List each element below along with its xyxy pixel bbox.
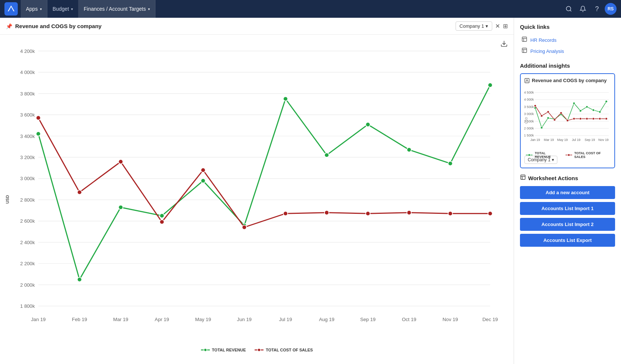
svg-point-47 — [283, 97, 288, 101]
svg-point-57 — [201, 168, 205, 172]
svg-point-118 — [592, 118, 594, 120]
right-sidebar: Quick links HR Records Pricing Analysis … — [514, 18, 621, 364]
svg-text:Nov 19: Nov 19 — [598, 138, 609, 142]
svg-line-1 — [570, 10, 571, 11]
svg-point-48 — [325, 153, 329, 157]
svg-point-116 — [580, 118, 582, 120]
svg-text:3 000k: 3 000k — [524, 112, 534, 116]
svg-point-0 — [566, 6, 571, 11]
svg-text:1 500k: 1 500k — [524, 134, 534, 137]
nav-apps-label: Apps — [26, 6, 38, 12]
svg-point-119 — [599, 118, 601, 120]
mini-legend-cost: TOTAL COST OF SALES — [565, 151, 611, 159]
svg-point-50 — [407, 148, 411, 152]
svg-point-106 — [592, 109, 594, 111]
svg-point-120 — [605, 118, 607, 120]
chart-header: 📌 Revenue and COGS by company Company 1 … — [0, 18, 514, 35]
topnav-right-actions: ? RS — [563, 3, 617, 15]
worksheet-actions-icon — [520, 174, 526, 182]
svg-point-68 — [258, 348, 261, 351]
quick-link-hr-records[interactable]: HR Records — [520, 34, 615, 46]
svg-text:Aug 19: Aug 19 — [319, 317, 335, 322]
svg-text:4 200k: 4 200k — [20, 48, 35, 54]
worksheet-actions-title: Worksheet Actions — [528, 175, 578, 181]
nav-apps[interactable]: Apps ▾ — [21, 0, 47, 18]
svg-text:1 800k: 1 800k — [20, 303, 35, 309]
expand-chart-button[interactable]: ⊞ — [503, 23, 508, 30]
top-navigation: Apps ▾ Budget ▾ Finances / Account Targe… — [0, 0, 621, 18]
svg-point-113 — [560, 112, 562, 114]
main-chart-svg: 4 200k 4 000k 3 800k 3 600k 3 400k 3 200… — [26, 42, 503, 334]
svg-point-58 — [242, 225, 246, 229]
svg-point-103 — [573, 102, 575, 104]
close-chart-button[interactable]: ✕ — [495, 23, 500, 30]
chart-title: Revenue and COGS by company — [15, 23, 453, 29]
search-button[interactable] — [563, 3, 575, 15]
svg-text:May 19: May 19 — [195, 317, 211, 322]
add-new-account-button[interactable]: Add a new account — [520, 186, 615, 199]
accounts-list-export-button[interactable]: Accounts List Export — [520, 234, 615, 247]
svg-text:3 800k: 3 800k — [20, 91, 35, 97]
svg-text:2 500k: 2 500k — [524, 119, 534, 123]
svg-text:2 200k: 2 200k — [20, 261, 35, 266]
svg-text:Mar 19: Mar 19 — [113, 317, 128, 322]
svg-text:4 500k: 4 500k — [524, 91, 534, 94]
quick-link-pricing-analysis[interactable]: Pricing Analysis — [520, 46, 615, 57]
app-logo[interactable] — [4, 2, 18, 16]
svg-rect-125 — [521, 175, 525, 179]
mini-chart-container: USD 4 500k 4 000k 3 500k 3 000k — [524, 86, 611, 153]
y-axis-label: USD — [5, 195, 10, 203]
svg-point-62 — [407, 210, 411, 215]
svg-text:Jun 19: Jun 19 — [237, 317, 252, 322]
pin-icon[interactable]: 📌 — [6, 23, 12, 29]
svg-text:2 000k: 2 000k — [524, 127, 534, 130]
svg-point-43 — [118, 205, 123, 209]
svg-point-99 — [547, 117, 549, 119]
svg-text:Mar 19: Mar 19 — [544, 138, 554, 142]
svg-text:2 600k: 2 600k — [20, 218, 35, 224]
svg-rect-69 — [522, 37, 527, 41]
mini-chart-svg: USD 4 500k 4 000k 3 500k 3 000k — [524, 86, 611, 149]
svg-point-55 — [118, 159, 123, 164]
svg-text:4 000k: 4 000k — [524, 98, 534, 101]
insights-card-title: Revenue and COGS by company — [524, 78, 611, 83]
svg-point-64 — [488, 211, 492, 216]
notifications-button[interactable] — [577, 3, 589, 15]
svg-point-117 — [586, 118, 588, 120]
chart-legend: TOTAL REVENUE TOTAL COST OF SALES — [0, 345, 514, 358]
nav-finances[interactable]: Finances / Account Targets ▾ — [78, 0, 155, 18]
company-selector-main[interactable]: Company 1 ▾ — [456, 21, 492, 31]
chart-area: 📌 Revenue and COGS by company Company 1 … — [0, 18, 514, 364]
svg-point-60 — [325, 210, 329, 215]
nav-finances-label: Finances / Account Targets — [84, 6, 146, 12]
svg-text:2 800k: 2 800k — [20, 197, 35, 203]
svg-point-52 — [488, 83, 492, 87]
quick-links-title: Quick links — [520, 24, 615, 30]
nav-budget[interactable]: Budget ▾ — [47, 0, 78, 18]
svg-point-54 — [77, 190, 82, 195]
additional-insights-title: Additional insights — [520, 63, 615, 69]
pricing-analysis-icon — [521, 47, 527, 55]
additional-insights: Additional insights Revenue and COGS by … — [520, 63, 615, 168]
nav-apps-chevron: ▾ — [40, 7, 42, 11]
svg-point-56 — [160, 220, 164, 224]
accounts-list-import2-button[interactable]: Accounts List Import 2 — [520, 218, 615, 231]
main-chart-container: USD 4 200k 4 000k 3 800k — [0, 35, 514, 364]
svg-point-112 — [554, 119, 556, 121]
svg-text:Jul 19: Jul 19 — [279, 317, 292, 322]
worksheet-actions: Worksheet Actions Add a new account Acco… — [520, 174, 615, 250]
svg-point-98 — [541, 127, 543, 129]
svg-point-66 — [204, 348, 207, 351]
svg-text:Sep 19: Sep 19 — [585, 138, 595, 142]
svg-text:Apr 19: Apr 19 — [155, 317, 169, 322]
insights-card: Revenue and COGS by company USD — [520, 73, 615, 168]
accounts-list-import1-button[interactable]: Accounts List Import 1 — [520, 202, 615, 215]
user-avatar[interactable]: RS — [605, 3, 617, 15]
help-button[interactable]: ? — [591, 3, 603, 15]
legend-total-cost: TOTAL COST OF SALES — [255, 348, 313, 352]
legend-total-revenue: TOTAL REVENUE — [201, 348, 246, 352]
svg-text:Feb 19: Feb 19 — [72, 317, 87, 322]
svg-point-107 — [599, 111, 601, 113]
svg-text:Dec 19: Dec 19 — [483, 317, 498, 322]
svg-point-53 — [36, 116, 41, 120]
